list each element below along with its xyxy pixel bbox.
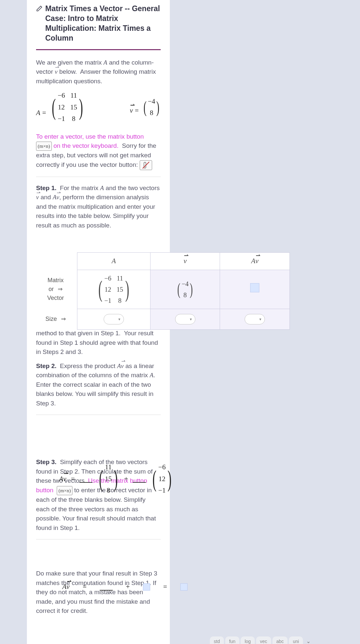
- divider-1: [36, 177, 161, 177]
- mxn-button-icon: (m×n): [36, 142, 52, 151]
- kb-tab-log[interactable]: log: [241, 636, 255, 644]
- kb-tab-std[interactable]: std: [210, 636, 224, 644]
- col-head-A: A: [77, 253, 150, 270]
- vector-button-icon-crossed: [140, 160, 152, 170]
- col-head-v: v: [150, 253, 220, 270]
- kb-tab-abc[interactable]: abc: [272, 636, 288, 644]
- row-label-matrix-vector: Matrix or⇒ Vector: [34, 270, 77, 309]
- given-equations: A= ( −611 1215 −18 ) v= ( −4: [36, 90, 161, 124]
- intro-text: We are given the matrix A and the column…: [36, 58, 161, 86]
- step2-equation: Av = ( 11158 ) + ( −612−1 ): [59, 462, 173, 496]
- kb-tab-fun[interactable]: fun: [225, 636, 239, 644]
- answer-input-Av[interactable]: [250, 283, 259, 292]
- title-divider: [36, 49, 161, 50]
- size-select-v[interactable]: ▾: [175, 314, 195, 324]
- col-head-Av: Av: [220, 253, 290, 270]
- closing-text: Do make sure that your final result in S…: [36, 569, 161, 616]
- divider-step3: [36, 539, 161, 539]
- vector-blank-3[interactable]: [180, 583, 188, 591]
- scalar-blank-1[interactable]: [79, 475, 92, 483]
- row-label-size: Size⇒: [34, 309, 77, 329]
- vector-blank-2[interactable]: [143, 583, 150, 591]
- dimension-table: A v Av Matrix or⇒ Vector ( −611 1215: [34, 252, 290, 330]
- cell-v-value: ( −48 ): [150, 270, 220, 309]
- vector-blank-1[interactable]: [100, 583, 113, 591]
- pencil-icon: [36, 5, 43, 12]
- size-select-Av[interactable]: ▾: [245, 314, 265, 324]
- step1-text: Step 1. For the matrix A and the two vec…: [36, 184, 161, 230]
- page-title-row: Matrix Times a Vector -- General Case: I…: [36, 4, 161, 43]
- kb-tab-vec[interactable]: vec: [256, 636, 271, 644]
- size-select-A[interactable]: ▾: [104, 314, 124, 324]
- page-title: Matrix Times a Vector -- General Case: I…: [45, 4, 161, 43]
- cell-Av-answer[interactable]: [220, 270, 290, 309]
- divider-step2: [36, 415, 161, 415]
- step3-equation: Av = + =: [62, 582, 188, 592]
- kb-chevron-down-icon[interactable]: ⌄: [304, 637, 312, 644]
- step2-text: Step 2. Express the product Av as a line…: [36, 361, 161, 408]
- vector-instruction: To enter a vector, use the matrix button…: [36, 132, 161, 170]
- kb-tab-uni[interactable]: uni: [289, 636, 303, 644]
- cell-A-value: ( −611 1215 −18 ): [77, 270, 150, 309]
- scalar-blank-2[interactable]: [133, 475, 146, 483]
- keyboard-tabs: std fun log vec abc uni ⌄: [210, 636, 312, 644]
